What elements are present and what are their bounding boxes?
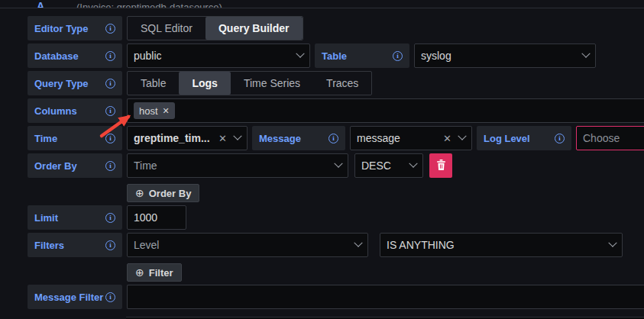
columns-label: Columns i [28,98,122,123]
database-select[interactable]: public [127,44,310,68]
info-icon[interactable]: i [328,134,338,143]
editor-type-toggle: SQL Editor Query Builder [127,16,303,40]
info-icon[interactable]: i [105,240,115,250]
add-filter-button[interactable]: ⊕ Filter [127,263,182,282]
query-builder-option[interactable]: Query Builder [205,17,303,40]
query-type-traces[interactable]: Traces [313,72,371,95]
message-filter-input[interactable] [134,291,638,303]
editor-type-row: Editor Type i SQL Editor Query Builder [28,16,644,40]
limit-input[interactable] [134,211,180,224]
query-row-header: A (Invoice: greptimedb-datasource) [0,0,644,8]
chevron-down-icon [334,160,342,168]
query-type-logs[interactable]: Logs [179,72,230,95]
info-icon[interactable]: i [105,79,115,89]
filter-field-select[interactable]: Level [127,233,368,257]
limit-input-wrap [127,205,186,230]
database-row: Database i public Table i syslog [28,44,644,68]
chevron-down-icon [458,132,466,140]
time-column-select[interactable]: greptime_tim... ✕ [127,126,248,150]
columns-row: Columns i host ✕ [28,98,644,123]
filters-row: Filters i Level IS ANYTHING [28,233,644,257]
chevron-down-icon [233,132,241,140]
chevron-down-icon [581,50,590,58]
info-icon[interactable]: i [555,134,565,143]
chevron-down-icon [354,239,362,247]
plus-circle-icon: ⊕ [135,187,144,199]
limit-row: Limit i [28,205,644,230]
clear-icon[interactable]: ✕ [443,134,451,143]
sql-editor-option[interactable]: SQL Editor [128,17,205,40]
table-label: Table i [315,44,409,68]
datasource-name: (Invoice: greptimedb-datasource) [76,2,222,8]
message-filter-input-wrap [127,285,644,309]
column-tag-host: host ✕ [134,102,175,119]
info-icon[interactable]: i [105,24,115,34]
plus-circle-icon: ⊕ [135,266,144,279]
info-icon[interactable]: i [105,292,115,302]
message-label: Message i [252,126,345,150]
columns-multiselect[interactable]: host ✕ [127,98,644,123]
chevron-down-icon [409,160,417,168]
remove-tag-icon[interactable]: ✕ [163,107,170,115]
query-type-time-series[interactable]: Time Series [231,72,313,95]
log-level-label: Log Level i [477,126,571,150]
order-by-field-select[interactable]: Time [127,153,348,178]
add-order-by-row: ⊕ Order By [127,184,644,202]
query-editor: A (Invoice: greptimedb-datasource) Edito… [0,0,644,319]
time-label: Time i [28,126,122,150]
chevron-down-icon [608,239,616,247]
add-filter-row: ⊕ Filter [127,263,644,282]
chevron-down-icon [296,50,304,58]
info-icon[interactable]: i [105,161,115,171]
query-type-row: Query Type i Table Logs Time Series Trac… [28,71,644,95]
editor-type-label: Editor Type i [28,16,122,40]
order-by-row: Order By i Time DESC [28,153,644,178]
message-column-select[interactable]: message ✕ [350,126,472,150]
query-ref-id: A [37,0,44,8]
order-direction-select[interactable]: DESC [354,153,423,178]
filter-operator-select[interactable]: IS ANYTHING [380,233,623,257]
clear-icon[interactable]: ✕ [218,134,227,143]
info-icon[interactable]: i [105,106,115,116]
limit-label: Limit i [28,205,122,230]
order-by-label: Order By i [28,153,122,178]
database-label: Database i [28,44,122,68]
message-filter-row: Message Filter i [28,285,644,309]
info-icon[interactable]: i [105,213,115,223]
table-select[interactable]: syslog [414,44,596,68]
trash-icon [436,160,446,172]
query-type-table[interactable]: Table [128,72,179,95]
add-order-by-button[interactable]: ⊕ Order By [127,184,199,202]
info-icon[interactable]: i [393,51,403,61]
message-filter-label: Message Filter i [28,285,122,309]
filters-label: Filters i [28,233,122,257]
info-icon[interactable]: i [105,134,115,143]
query-type-toggle: Table Logs Time Series Traces [127,71,372,95]
info-icon[interactable]: i [105,51,115,61]
log-level-select[interactable]: Choose [576,126,644,150]
delete-order-by-button[interactable] [429,153,452,178]
query-type-label: Query Type i [28,71,122,95]
time-row: Time i greptime_tim... ✕ Message i messa… [28,126,644,150]
